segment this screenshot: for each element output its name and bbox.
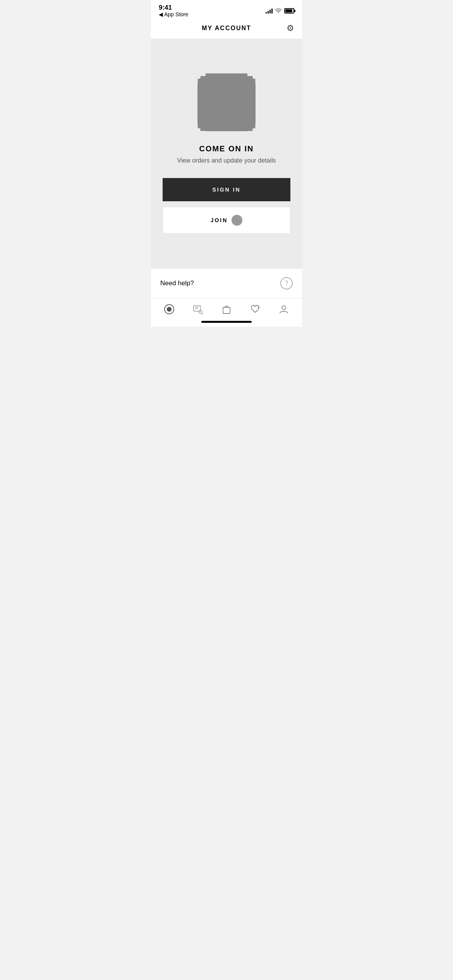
join-dot-icon: [232, 215, 242, 226]
settings-icon[interactable]: ⚙: [287, 23, 294, 33]
svg-point-0: [278, 12, 279, 13]
tab-wishlist[interactable]: [241, 304, 269, 315]
help-text: Need help?: [160, 279, 194, 287]
tab-bar: [151, 298, 302, 318]
main-content: COME ON IN View orders and update your d…: [151, 39, 302, 268]
pixel-avatar: [197, 73, 256, 133]
svg-rect-29: [194, 306, 201, 311]
status-left: 9:41 ◀ App Store: [159, 4, 188, 18]
sign-in-button[interactable]: SIGN IN: [163, 178, 290, 201]
svg-point-36: [282, 306, 286, 310]
home-indicator: [151, 318, 302, 327]
subtitle-text: View orders and update your details: [177, 157, 276, 164]
join-label: JOIN: [211, 217, 228, 223]
header: MY ACCOUNT ⚙: [151, 19, 302, 39]
help-bar: Need help? ?: [151, 268, 302, 298]
search-icon: [192, 304, 203, 315]
pixel-face-icon: [197, 73, 256, 131]
svg-rect-34: [223, 307, 230, 314]
status-icons: [266, 8, 294, 14]
svg-line-33: [202, 313, 203, 314]
headline: COME ON IN: [199, 144, 254, 153]
tab-profile[interactable]: [269, 304, 298, 315]
wifi-icon: [275, 8, 282, 14]
status-bar: 9:41 ◀ App Store: [151, 0, 302, 19]
page-title: MY ACCOUNT: [202, 25, 251, 32]
bag-icon: [221, 304, 232, 315]
signal-icon: [266, 8, 273, 14]
tab-account[interactable]: [155, 304, 184, 315]
profile-icon: [278, 304, 289, 315]
home-bar: [201, 321, 252, 323]
wishlist-icon: [250, 304, 261, 315]
status-time: 9:41: [159, 4, 188, 12]
battery-icon: [284, 8, 294, 14]
svg-rect-26: [208, 128, 245, 131]
back-button[interactable]: ◀ App Store: [159, 11, 188, 17]
svg-point-28: [167, 307, 171, 311]
back-arrow-icon: ◀: [159, 11, 163, 17]
tab-bag[interactable]: [212, 304, 241, 315]
tab-search[interactable]: [184, 304, 212, 315]
account-icon: [164, 304, 175, 315]
help-icon[interactable]: ?: [280, 277, 293, 290]
join-button[interactable]: JOIN: [163, 207, 290, 234]
